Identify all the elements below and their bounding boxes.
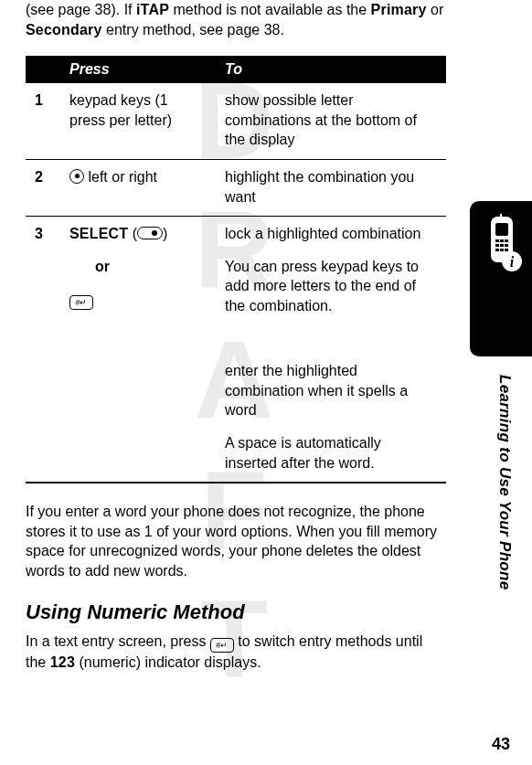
to-text-b: You can press keypad keys to add more le…	[225, 257, 437, 316]
numeric-text-1: In a text entry screen, press	[26, 633, 210, 649]
to-cell: lock a highlighted combination You can p…	[216, 217, 446, 483]
intro-text-4: entry method, see page 38.	[102, 22, 284, 37]
press-cell: SELECT () or #↵	[60, 217, 216, 483]
numeric-paragraph: In a text entry screen, press #↵ to swit…	[26, 632, 446, 673]
intro-text-3: or	[427, 2, 444, 17]
term-itap: iTAP	[136, 2, 169, 17]
term-secondary: Secondary	[26, 22, 102, 37]
press-cell: left or right	[60, 159, 216, 216]
intro-paragraph: (see page 38). If iTAP method is not ava…	[26, 0, 446, 39]
or-label: or	[69, 257, 207, 277]
hash-key-icon: #↵	[210, 638, 234, 653]
indicator-123: 123	[50, 654, 75, 670]
press-cell: keypad keys (1 press per letter)	[60, 83, 216, 159]
to-cell: highlight the combination you want	[216, 159, 446, 216]
col-press: Press	[60, 56, 216, 83]
nav-key-icon	[69, 169, 84, 184]
section-heading: Using Numeric Method	[26, 600, 446, 624]
intro-text-1: (see page 38). If	[26, 2, 136, 17]
press-suffix: left or right	[84, 169, 157, 185]
steps-table: Press To 1 keypad keys (1 press per lett…	[26, 56, 446, 483]
soft-key-icon	[137, 227, 163, 239]
term-primary: Primary	[371, 2, 427, 17]
paren-open: (	[128, 226, 137, 241]
paren-close: )	[163, 226, 167, 241]
col-blank	[26, 56, 60, 83]
step-number: 1	[26, 83, 60, 159]
to-cell: show possible letter combinations at the…	[216, 83, 446, 159]
table-row: 1 keypad keys (1 press per letter) show …	[26, 83, 446, 159]
table-row: 2 left or right highlight the combinatio…	[26, 159, 446, 216]
intro-text-2: method is not available as the	[169, 2, 371, 17]
to-text-c: enter the highlighted combination when i…	[225, 361, 437, 420]
select-label: SELECT	[69, 226, 128, 241]
col-to: To	[216, 56, 446, 83]
step-number: 3	[26, 217, 60, 483]
after-paragraph: If you enter a word your phone does not …	[26, 502, 446, 580]
step-number: 2	[26, 159, 60, 216]
to-text-a: lock a highlighted combination	[225, 224, 437, 244]
page-number: 43	[492, 735, 510, 754]
to-text-d: A space is automatically inserted after …	[225, 433, 437, 473]
table-row: 3 SELECT () or #↵ lock a highlighted com…	[26, 217, 446, 483]
hash-key-icon: #↵	[69, 295, 93, 310]
numeric-text-3: (numeric) indicator displays.	[75, 654, 261, 670]
